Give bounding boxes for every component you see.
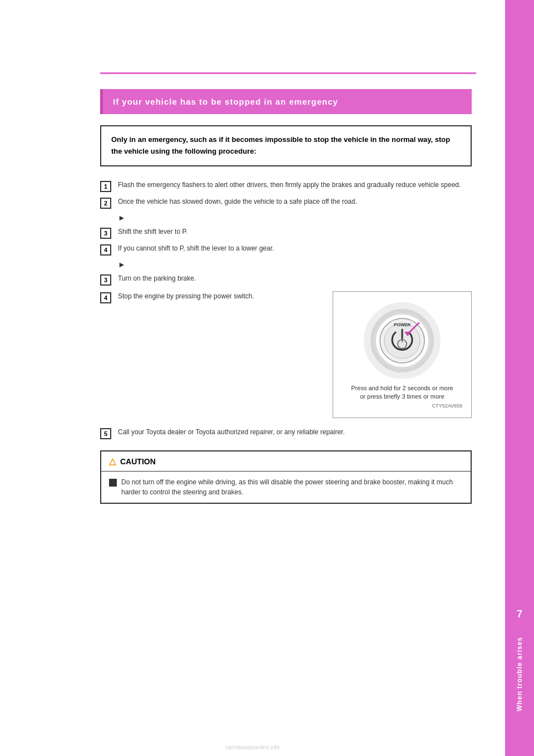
watermark: carmanualsonline.info xyxy=(225,744,279,750)
step-3-row: 3 Shift the shift lever to P. xyxy=(100,227,472,239)
power-diagram-box: POWER Press and hold for 2 seconds or mo… xyxy=(333,291,472,419)
step-3b-num: 3 xyxy=(100,274,111,286)
sidebar-label: When trouble arises xyxy=(516,637,523,711)
right-sidebar: 7 When trouble arises xyxy=(505,0,534,756)
step-2-row: 2 Once the vehicle has slowed down, guid… xyxy=(100,197,472,209)
step-1-text: Flash the emergency flashers to alert ot… xyxy=(118,180,461,190)
step-3b-text: Turn on the parking brake. xyxy=(118,273,196,283)
caution-triangle-icon: △ xyxy=(109,456,116,467)
power-diagram: POWER Press and hold for 2 seconds or mo… xyxy=(333,291,472,419)
step-2-text: Once the vehicle has slowed down, guide … xyxy=(118,197,357,207)
step-5-row: 5 Call your Toyota dealer or Toyota auth… xyxy=(100,427,472,439)
diagram-code: CTY52AV659 xyxy=(342,403,462,409)
step-3-text: Shift the shift lever to P. xyxy=(118,227,187,237)
black-square-icon xyxy=(109,479,117,487)
step-3-num: 3 xyxy=(100,228,111,239)
svg-text:POWER: POWER xyxy=(394,322,411,327)
step-1-row: 1 Flash the emergency flashers to alert … xyxy=(100,180,472,192)
arrow-1: ► xyxy=(118,213,472,222)
section-header: If your vehicle has to be stopped in an … xyxy=(100,89,472,114)
caution-section: △ CAUTION Do not turn off the engine whi… xyxy=(100,450,472,504)
steps-container: 1 Flash the emergency flashers to alert … xyxy=(100,180,472,440)
arrow-2: ► xyxy=(118,260,472,269)
caution-item-row: Do not turn off the engine while driving… xyxy=(101,472,471,503)
step-3b-row: 3 Turn on the parking brake. xyxy=(100,273,472,286)
step-2-num: 2 xyxy=(100,198,111,209)
caution-item-text: Do not turn off the engine while driving… xyxy=(121,477,463,497)
step-4-row: 4 If you cannot shift to P, shift the le… xyxy=(100,243,472,256)
top-pink-bar xyxy=(100,72,476,74)
step-4b-text: Stop the engine by pressing the power sw… xyxy=(118,291,254,301)
step-4b-row: 4 Stop the engine by pressing the power … xyxy=(100,291,322,303)
step-4b-num: 4 xyxy=(100,292,111,303)
caution-label: CAUTION xyxy=(120,457,156,466)
step-1-num: 1 xyxy=(100,181,111,192)
power-button-svg: POWER xyxy=(358,301,447,379)
step-4b-area: 4 Stop the engine by pressing the power … xyxy=(100,291,472,419)
step-4b-left: 4 Stop the engine by pressing the power … xyxy=(100,291,322,419)
sidebar-number: 7 xyxy=(517,608,522,620)
intro-caution-box: Only in an emergency, such as if it beco… xyxy=(100,125,472,166)
step-4-text: If you cannot shift to P, shift the leve… xyxy=(118,243,274,253)
step-4-num: 4 xyxy=(100,244,111,256)
power-caption: Press and hold for 2 seconds or more or … xyxy=(342,384,462,401)
step-5-text: Call your Toyota dealer or Toyota author… xyxy=(118,427,345,437)
caution-header: △ CAUTION xyxy=(101,451,471,472)
step-5-num: 5 xyxy=(100,428,111,439)
